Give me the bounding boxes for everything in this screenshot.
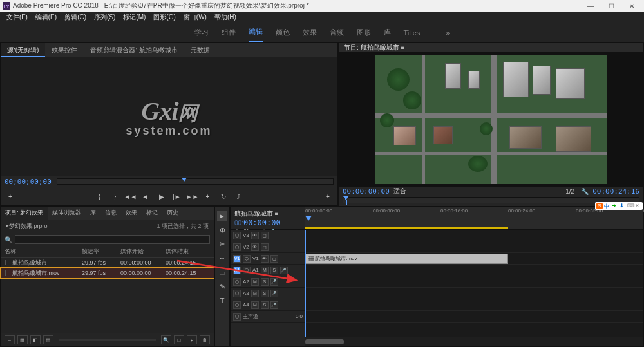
ws-audio[interactable]: 音频 bbox=[330, 28, 344, 37]
icon-view-icon[interactable]: ▦ bbox=[17, 335, 28, 344]
timeline-ruler[interactable]: 00:00:00:00 00:00:08:00 00:00:16:00 00:0… bbox=[305, 207, 643, 229]
selection-tool-icon[interactable]: ▸ bbox=[217, 211, 227, 221]
workspace-overflow-icon[interactable]: » bbox=[446, 29, 450, 37]
track-headers: ⬡V3👁◻ ⬡V2👁◻ V1⬡V1👁◻ A1⬡A1MS🎤 ⬡A2MS🎤 ⬡A3M… bbox=[231, 230, 305, 337]
new-bin-icon[interactable]: □ bbox=[174, 335, 184, 344]
menu-edit[interactable]: 编辑(E) bbox=[32, 12, 61, 23]
menu-graphics[interactable]: 图形(G) bbox=[149, 12, 179, 23]
tab-markers[interactable]: 标记 bbox=[142, 207, 162, 220]
col-end[interactable]: 媒体结束 bbox=[166, 247, 211, 256]
settings-plus-icon[interactable]: + bbox=[322, 191, 334, 202]
slip-tool-icon[interactable]: ▭ bbox=[217, 267, 227, 277]
menu-clip[interactable]: 剪辑(C) bbox=[61, 12, 90, 23]
timeline-clip[interactable]: ▦ 航拍鸟瞰城市.mov bbox=[305, 254, 508, 264]
menu-marker[interactable]: 标记(M) bbox=[119, 12, 149, 23]
col-start[interactable]: 媒体开始 bbox=[120, 247, 166, 256]
timeline-scrollbar[interactable] bbox=[305, 337, 643, 346]
col-name[interactable]: 名称 bbox=[5, 247, 82, 256]
sort-icon[interactable]: ▤ bbox=[43, 335, 53, 344]
list-view-icon[interactable]: ≡ bbox=[5, 335, 15, 344]
ws-assembly[interactable]: 组件 bbox=[222, 28, 236, 37]
track-v3[interactable]: ⬡V3👁◻ bbox=[231, 230, 305, 241]
mark-in-icon[interactable]: + bbox=[5, 191, 16, 202]
ws-libraries[interactable]: 库 bbox=[384, 28, 391, 37]
ime-toolbar[interactable]: S 中 ➜ ⬇ ⌨ ✕ bbox=[595, 202, 643, 210]
ime-s-icon[interactable]: S bbox=[596, 203, 603, 209]
close-button[interactable]: ✕ bbox=[622, 1, 641, 11]
work-area-bar[interactable] bbox=[305, 227, 508, 229]
tab-effects[interactable]: 效果 bbox=[121, 207, 142, 220]
ime-kbd-icon[interactable]: ⌨ bbox=[627, 203, 634, 209]
ime-close-icon[interactable]: ✕ bbox=[635, 203, 641, 209]
menu-sequence[interactable]: 序列(S) bbox=[90, 12, 119, 23]
project-row-video[interactable]: 航拍鸟瞰城市.mov 29.97 fps 00:00:00:00 00:00:2… bbox=[1, 268, 214, 278]
track-v2[interactable]: ⬡V2👁◻ bbox=[231, 241, 305, 253]
timeline-timecode[interactable]: 00:00:00 bbox=[243, 218, 281, 227]
next-frame-icon[interactable]: |► bbox=[171, 191, 183, 202]
source-timecode[interactable]: 00;00;00;00 bbox=[5, 178, 52, 186]
tab-audio-mixer[interactable]: 音频剪辑混合器: 航拍鸟瞰城市 bbox=[84, 43, 184, 57]
ws-color[interactable]: 颜色 bbox=[276, 28, 290, 37]
ime-arrow-icon[interactable]: ➜ bbox=[612, 203, 618, 209]
zoom-dropdown[interactable]: 1/2 bbox=[565, 188, 574, 195]
tab-media-browser[interactable]: 媒体浏览器 bbox=[48, 207, 86, 220]
sequence-name[interactable]: 航拍鸟瞰城市 ≡ bbox=[234, 209, 301, 218]
trash-icon[interactable]: 🗑 bbox=[200, 335, 210, 344]
tab-history[interactable]: 历史 bbox=[162, 207, 183, 220]
tab-effect-controls[interactable]: 效果控件 bbox=[45, 43, 84, 57]
menu-window[interactable]: 窗口(W) bbox=[180, 12, 211, 23]
track-select-tool-icon[interactable]: ⊕ bbox=[217, 225, 227, 235]
track-a2[interactable]: ⬡A2MS🎤 bbox=[231, 276, 305, 288]
track-a1[interactable]: A1⬡A1MS🎤 bbox=[231, 265, 305, 276]
ime-down-icon[interactable]: ⬇ bbox=[620, 203, 626, 209]
project-row-sequence[interactable]: 航拍鸟瞰城市 29.97 fps 00:00:00:00 00:00:24:15 bbox=[1, 258, 214, 268]
ws-editing[interactable]: 编辑 bbox=[249, 27, 263, 42]
ws-graphics[interactable]: 图形 bbox=[357, 28, 371, 37]
new-item-icon[interactable]: ▸ bbox=[187, 335, 197, 344]
track-content[interactable]: ▦ 航拍鸟瞰城市.mov bbox=[305, 230, 643, 337]
pen-tool-icon[interactable]: ✎ bbox=[217, 281, 227, 292]
menu-help[interactable]: 帮助(H) bbox=[211, 12, 240, 23]
tab-info[interactable]: 信息 bbox=[100, 207, 121, 220]
track-a3[interactable]: ⬡A3MS🎤 bbox=[231, 288, 305, 299]
minimize-button[interactable]: — bbox=[581, 1, 600, 11]
ws-effects[interactable]: 效果 bbox=[303, 28, 317, 37]
prev-frame-icon[interactable]: ◄| bbox=[140, 191, 152, 202]
type-tool-icon[interactable]: T bbox=[217, 295, 227, 306]
col-fps[interactable]: 帧速率 bbox=[82, 247, 120, 256]
wrench-icon[interactable]: 🔧 bbox=[581, 188, 589, 195]
tab-project[interactable]: 项目: 梦幻效果 bbox=[1, 207, 48, 220]
tab-libraries[interactable]: 库 bbox=[86, 207, 100, 220]
zoom-slider[interactable] bbox=[59, 339, 156, 341]
source-monitor[interactable]: Gxi网 system.com bbox=[1, 57, 337, 176]
step-back-icon[interactable]: ◄◄ bbox=[125, 191, 137, 202]
source-time-ruler[interactable] bbox=[57, 178, 334, 185]
razor-tool-icon[interactable]: ↔ bbox=[217, 253, 227, 263]
export-frame-icon[interactable]: ⤴ bbox=[233, 191, 245, 202]
track-v1[interactable]: V1⬡V1👁◻ bbox=[231, 253, 305, 265]
program-monitor[interactable] bbox=[339, 53, 643, 187]
ws-titles[interactable]: Titles bbox=[404, 29, 421, 37]
step-fwd-icon[interactable]: ►► bbox=[187, 191, 198, 202]
play-icon[interactable]: ▶ bbox=[156, 191, 167, 202]
track-master[interactable]: ⬡主声道0.0 bbox=[231, 311, 305, 323]
ime-lang-icon[interactable]: 中 bbox=[604, 203, 611, 209]
in-bracket-icon[interactable]: { bbox=[94, 191, 106, 202]
tab-source[interactable]: 源:(无剪辑) bbox=[1, 43, 45, 57]
out-bracket-icon[interactable]: } bbox=[109, 191, 121, 202]
freeform-view-icon[interactable]: ◧ bbox=[30, 335, 41, 344]
track-a4[interactable]: ⬡A4MS🎤 bbox=[231, 299, 305, 311]
ripple-tool-icon[interactable]: ✂ bbox=[217, 239, 227, 249]
maximize-button[interactable]: ☐ bbox=[601, 1, 621, 11]
find-icon[interactable]: 🔍 bbox=[161, 335, 171, 344]
project-search-input[interactable] bbox=[15, 235, 210, 244]
tab-metadata[interactable]: 元数据 bbox=[184, 43, 216, 57]
ws-learn[interactable]: 学习 bbox=[194, 28, 209, 37]
playhead-line[interactable] bbox=[305, 230, 306, 337]
program-timecode-left[interactable]: 00:00:00:00 bbox=[343, 187, 390, 196]
fit-dropdown[interactable]: 适合 bbox=[393, 187, 406, 196]
overwrite-icon[interactable]: ↻ bbox=[218, 191, 229, 202]
playhead-icon[interactable] bbox=[305, 216, 312, 221]
insert-icon[interactable]: + bbox=[202, 191, 214, 202]
menu-file[interactable]: 文件(F) bbox=[3, 12, 32, 23]
